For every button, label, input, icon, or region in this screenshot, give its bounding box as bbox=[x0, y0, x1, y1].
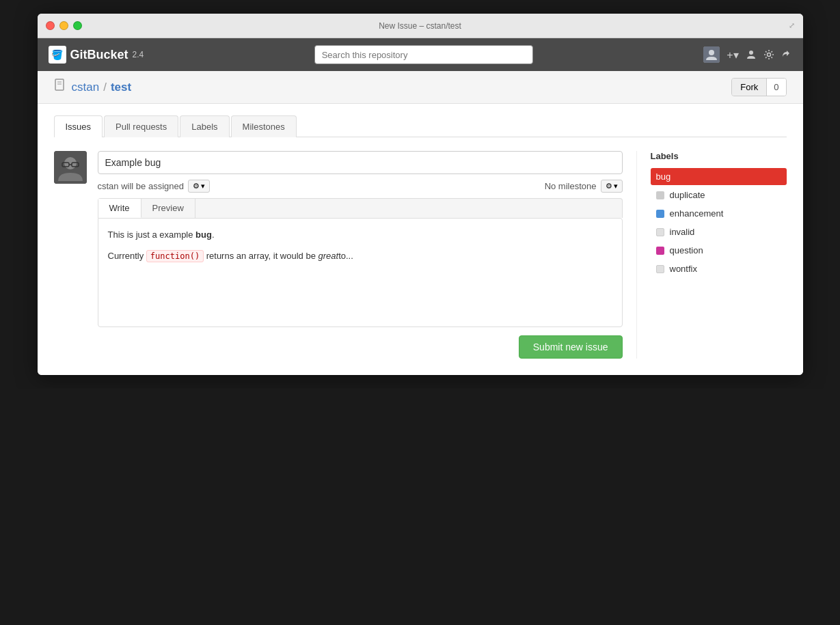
label-name-enhancement: enhancement bbox=[670, 208, 724, 219]
brand-version: 2.4 bbox=[133, 50, 144, 59]
avatar bbox=[703, 46, 720, 63]
label-color-question bbox=[656, 247, 664, 255]
label-invalid[interactable]: invalid bbox=[651, 223, 787, 240]
maximize-button[interactable] bbox=[73, 21, 82, 30]
tab-pull-requests[interactable]: Pull requests bbox=[104, 115, 178, 137]
issue-form: cstan will be assigned ⚙ ▾ No milestone … bbox=[98, 151, 623, 359]
label-name-bug: bug bbox=[656, 171, 671, 182]
repo-separator: / bbox=[103, 81, 107, 94]
content-line-2: Currently function() returns an array, i… bbox=[108, 249, 612, 264]
submit-button[interactable]: Submit new issue bbox=[519, 335, 623, 359]
svg-point-3 bbox=[767, 53, 770, 57]
repo-owner-link[interactable]: cstan bbox=[72, 81, 100, 94]
page-wrapper: Issues Pull requests Labels Milestones bbox=[38, 104, 803, 375]
labels-sidebar: Labels bug duplicate enhancement invalid bbox=[636, 151, 787, 359]
milestone-settings-button[interactable]: ⚙ ▾ bbox=[601, 180, 623, 193]
plus-label: +▾ bbox=[727, 48, 738, 61]
sub-header: cstan / test Fork 0 bbox=[38, 71, 803, 104]
fork-count: 0 bbox=[767, 79, 785, 96]
user-icon[interactable] bbox=[746, 49, 757, 60]
label-duplicate[interactable]: duplicate bbox=[651, 186, 787, 204]
issue-title-input[interactable] bbox=[98, 151, 623, 174]
italic-great: great bbox=[319, 251, 339, 261]
label-color-invalid bbox=[656, 228, 664, 236]
settings-icon[interactable] bbox=[763, 49, 774, 60]
tab-milestones[interactable]: Milestones bbox=[231, 115, 297, 137]
main-tabs: Issues Pull requests Labels Milestones bbox=[54, 115, 787, 137]
main-area: cstan will be assigned ⚙ ▾ No milestone … bbox=[54, 151, 636, 359]
tab-labels[interactable]: Labels bbox=[180, 115, 229, 137]
close-button[interactable] bbox=[46, 21, 55, 30]
label-enhancement[interactable]: enhancement bbox=[651, 205, 787, 222]
navbar: 🪣 GitBucket 2.4 +▾ bbox=[38, 38, 803, 71]
svg-point-1 bbox=[709, 50, 714, 55]
label-color-wontfix bbox=[656, 265, 664, 273]
issue-form-row: cstan will be assigned ⚙ ▾ No milestone … bbox=[54, 151, 623, 359]
dropdown-arrow-2: ▾ bbox=[614, 182, 618, 191]
gear-icon-2: ⚙ bbox=[606, 182, 612, 191]
brand-name: GitBucket bbox=[70, 48, 128, 62]
gear-icon: ⚙ bbox=[193, 182, 200, 191]
fork-button[interactable]: Fork bbox=[732, 79, 767, 96]
tab-write[interactable]: Write bbox=[98, 199, 141, 218]
assign-right: No milestone ⚙ ▾ bbox=[545, 180, 623, 193]
editor-tabs: Write Preview bbox=[98, 198, 623, 218]
tab-preview[interactable]: Preview bbox=[141, 199, 195, 218]
label-name-duplicate: duplicate bbox=[670, 190, 705, 200]
repo-path: cstan / test bbox=[54, 79, 132, 96]
assign-left: cstan will be assigned ⚙ ▾ bbox=[98, 180, 210, 193]
search-area bbox=[152, 45, 695, 64]
dropdown-arrow: ▾ bbox=[201, 182, 205, 191]
share-icon[interactable] bbox=[781, 49, 792, 60]
svg-point-2 bbox=[749, 51, 753, 55]
label-name-question: question bbox=[670, 245, 703, 255]
brand-icon: 🪣 bbox=[49, 46, 66, 64]
label-question[interactable]: question bbox=[651, 242, 787, 259]
label-bug[interactable]: bug bbox=[651, 168, 787, 185]
labels-title: Labels bbox=[651, 151, 787, 161]
label-wontfix[interactable]: wontfix bbox=[651, 260, 787, 277]
repo-icon bbox=[54, 79, 68, 96]
editor: Write Preview This is just a example bug… bbox=[98, 198, 623, 327]
minimize-button[interactable] bbox=[59, 21, 68, 30]
tab-issues[interactable]: Issues bbox=[54, 115, 103, 137]
label-name-wontfix: wontfix bbox=[670, 264, 697, 274]
brand-logo[interactable]: 🪣 GitBucket 2.4 bbox=[49, 46, 144, 64]
milestone-text: No milestone bbox=[545, 181, 597, 191]
titlebar: New Issue – cstan/test ⤢ bbox=[38, 14, 803, 38]
label-color-duplicate bbox=[656, 191, 664, 199]
plus-icon[interactable]: +▾ bbox=[727, 48, 738, 61]
fork-button-group: Fork 0 bbox=[731, 78, 786, 96]
bold-bug: bug bbox=[195, 230, 212, 240]
code-inline: function() bbox=[146, 250, 204, 262]
window-controls bbox=[46, 21, 82, 30]
assign-row: cstan will be assigned ⚙ ▾ No milestone … bbox=[98, 180, 623, 193]
assignee-text: cstan will be assigned bbox=[98, 181, 184, 191]
editor-body[interactable]: This is just a example bug. Currently fu… bbox=[98, 218, 623, 327]
user-avatar bbox=[54, 151, 87, 184]
app-window: New Issue – cstan/test ⤢ 🪣 GitBucket 2.4… bbox=[38, 14, 803, 375]
content-section: cstan will be assigned ⚙ ▾ No milestone … bbox=[38, 151, 803, 375]
resize-icon[interactable]: ⤢ bbox=[789, 21, 795, 30]
window-title: New Issue – cstan/test bbox=[379, 21, 461, 31]
content-line-1: This is just a example bug. bbox=[108, 228, 612, 242]
navbar-right: +▾ bbox=[703, 46, 791, 63]
avatar-image bbox=[54, 151, 87, 184]
repo-name-link[interactable]: test bbox=[111, 81, 131, 94]
svg-point-8 bbox=[64, 157, 77, 169]
svg-rect-4 bbox=[55, 79, 64, 90]
label-name-invalid: invalid bbox=[670, 227, 695, 237]
assignee-settings-button[interactable]: ⚙ ▾ bbox=[188, 180, 210, 193]
search-input[interactable] bbox=[314, 45, 533, 64]
submit-row: Submit new issue bbox=[98, 335, 623, 359]
tabs-section: Issues Pull requests Labels Milestones bbox=[38, 104, 803, 137]
label-color-enhancement bbox=[656, 210, 664, 218]
